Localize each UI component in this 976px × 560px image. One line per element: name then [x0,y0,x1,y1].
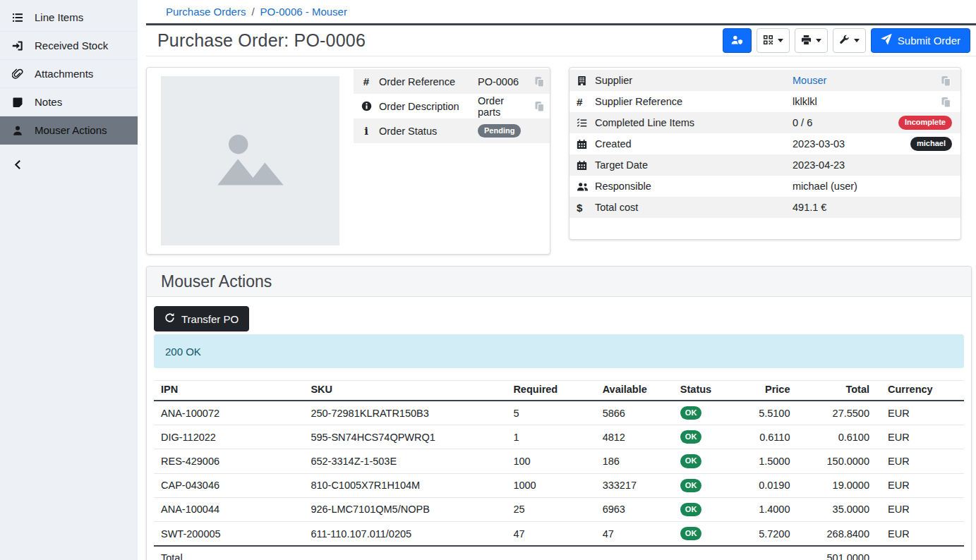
info-icon: i [354,125,379,138]
supplier-row: Supplier Mouser [570,70,960,91]
cell-ipn: DIG-112022 [154,425,303,449]
order-description-value: Order parts [478,95,529,118]
cell-available: 6963 [596,497,673,521]
col-header-price: Price [730,381,797,401]
copy-icon[interactable] [939,97,960,107]
sidebar-item-label: Attachments [35,68,93,80]
sign-in-icon [11,39,24,52]
cell-required: 5 [506,401,595,425]
cell-ipn: ANA-100044 [154,497,303,521]
col-header-available: Available [596,381,673,401]
cell-currency: EUR [876,449,964,473]
col-header-required: Required [506,381,595,401]
total-cost-label: Total cost [595,202,793,213]
order-actions-menu-button[interactable] [833,28,866,53]
ok-badge: OK [680,430,702,444]
target-date-label: Target Date [595,159,793,171]
paper-plane-icon [881,34,892,47]
detail-panels: # Order Reference PO-0006 Order Descript… [146,67,961,255]
sidebar: Line Items Received Stock Attachments No… [0,0,138,560]
breadcrumb-link-purchase-orders[interactable]: Purchase Orders [166,6,246,18]
cell-price: 1.4000 [730,497,797,521]
col-header-total: Total [797,381,876,401]
supplier-link[interactable]: Mouser [793,75,826,86]
cell-status: OK [673,401,730,425]
footer-total-label: Total [154,546,303,560]
transfer-po-label: Transfer PO [181,313,239,325]
copy-icon[interactable] [939,75,960,86]
barcode-menu-button[interactable] [757,28,790,53]
order-status-value: Pending [478,124,550,138]
cell-price: 1.5000 [730,449,797,473]
transfer-po-button[interactable]: Transfer PO [154,306,249,331]
chevron-down-icon [816,39,821,42]
sidebar-item-attachments[interactable]: Attachments [0,60,138,88]
sidebar-item-received-stock[interactable]: Received Stock [0,32,138,60]
col-header-ipn: IPN [154,381,303,401]
sidebar-item-mouser-actions[interactable]: Mouser Actions [0,116,138,145]
hash-icon: # [570,96,595,108]
footer-total-value: 501.0000 [797,546,876,560]
cell-total: 35.0000 [797,497,876,521]
cell-available: 4812 [596,425,673,449]
order-description-label: Order Description [379,101,478,112]
created-by-badge: michael [910,137,952,150]
sidebar-collapse-button[interactable] [0,154,138,174]
incomplete-badge: Incomplete [898,116,952,129]
users-icon [570,181,595,192]
page-header: Purchase Order: PO-0006 [146,25,976,56]
cell-total: 0.6100 [797,425,876,449]
cell-required: 1000 [506,473,595,497]
cell-status: OK [673,449,730,473]
cell-ipn: SWT-200005 [154,521,303,546]
order-reference-value: PO-0006 [478,76,529,87]
sidebar-item-notes[interactable]: Notes [0,88,138,116]
submit-order-button[interactable]: Submit Order [871,28,970,53]
table-row: DIG-112022 595-SN74HCS74QPWRQ1 1 4812 OK… [154,425,964,449]
order-image-placeholder [161,76,339,245]
breadcrumb: Purchase Orders / PO-0006 - Mouser [146,0,976,25]
submit-order-label: Submit Order [898,35,960,47]
refresh-icon [164,312,175,325]
order-status-label: Order Status [379,126,478,137]
col-header-sku: SKU [303,381,506,401]
cell-sku: 595-SN74HCS74QPWRQ1 [303,425,506,449]
admin-button[interactable] [723,28,752,53]
order-reference-label: Order Reference [379,76,478,87]
target-date-row: Target Date 2023-04-23 [570,154,960,176]
cell-required: 1 [506,425,595,449]
order-status-row: i Order Status Pending [354,118,550,143]
cell-available: 47 [596,521,673,546]
cell-price: 5.5100 [730,401,797,425]
copy-icon[interactable] [529,76,550,87]
copy-icon[interactable] [529,101,550,111]
breadcrumb-link-current-order[interactable]: PO-0006 - Mouser [260,6,347,18]
col-header-currency: Currency [876,381,964,401]
cell-price: 5.7200 [730,521,797,546]
cell-sku: 652-3314Z-1-503E [303,449,506,473]
total-cost-row: $ Total cost 491.1 € [570,197,960,218]
cell-sku: 810-C1005X7R1H104M [303,473,506,497]
cell-ipn: ANA-100072 [154,401,303,425]
breadcrumb-separator: / [251,6,254,18]
sidebar-item-label: Line Items [35,11,83,23]
printer-icon [801,35,812,47]
created-row: Created 2023-03-03 michael [570,133,960,154]
cell-total: 150.0000 [797,449,876,473]
cell-ipn: RES-429006 [154,449,303,473]
cell-price: 0.0190 [730,473,797,497]
cell-required: 25 [506,497,595,521]
table-header-row: IPN SKU Required Available Status Price … [154,381,964,401]
mouser-actions-card: Mouser Actions Transfer PO 200 OK IPN SK… [146,266,972,560]
sidebar-item-label: Notes [35,96,62,108]
info-circle-icon [354,101,379,111]
image-icon [205,116,296,205]
dollar-icon: $ [570,202,595,214]
print-menu-button[interactable] [795,28,828,53]
responsible-row: Responsible michael (user) [570,176,960,197]
user-shield-icon [730,35,743,47]
cell-status: OK [673,425,730,449]
ok-badge: OK [680,503,702,516]
building-icon [570,75,595,86]
sidebar-item-line-items[interactable]: Line Items [0,4,138,32]
